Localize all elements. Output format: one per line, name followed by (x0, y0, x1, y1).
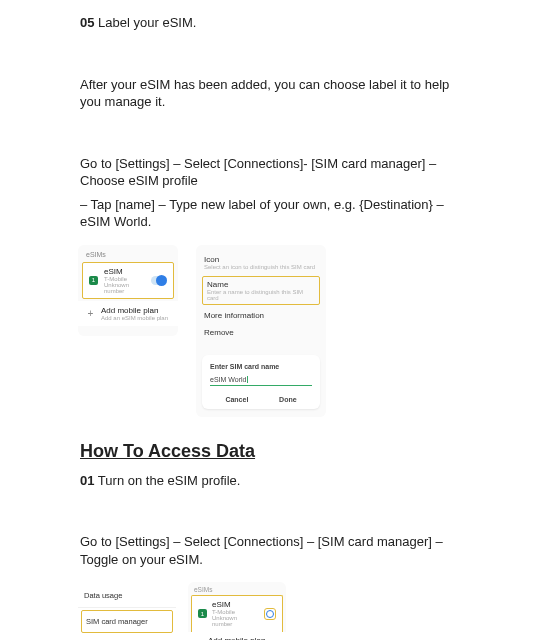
icon-setting-row[interactable]: Icon Select an icon to distinguish this … (202, 251, 320, 274)
name-setting-row[interactable]: Name Enter a name to distinguish this SI… (202, 276, 320, 305)
sim-badge: 1 (89, 276, 98, 285)
plus-icon: + (86, 308, 95, 319)
add-plan-label-block: Add mobile plan Add an eSIM mobile plan (101, 306, 170, 321)
figure-access-data: Data usage SIM card manager Mobile Hotsp… (78, 582, 469, 640)
panel-sim-manager-left: eSIMs 1 eSIM T-Mobile Unknown number + A… (78, 245, 178, 336)
esim-sub2-2: Unknown number (212, 615, 259, 627)
more-info-label: More information (204, 311, 318, 320)
modal-title: Enter SIM card name (210, 363, 312, 370)
esim-label-block: eSIM T-Mobile Unknown number (104, 267, 145, 294)
toggle-knob-icon (266, 610, 274, 618)
add-plan-title-2: Add mobile plan (208, 636, 280, 640)
step-01-heading: 01 Turn on the eSIM profile. (80, 472, 469, 490)
add-plan-title: Add mobile plan (101, 306, 170, 315)
step-01-num: 01 (80, 473, 94, 488)
esim-toggle[interactable] (151, 276, 167, 285)
esim-row-2[interactable]: 1 eSIM T-Mobile Unknown number (191, 595, 283, 632)
name-setting-sub: Enter a name to distinguish this SIM car… (207, 289, 315, 301)
para-tap-name: – Tap [name] – Type new label of your ow… (80, 196, 469, 231)
remove-row[interactable]: Remove (202, 324, 320, 341)
step-05-heading: 05 Label your eSIM. (80, 14, 469, 32)
panel-connections: Data usage SIM card manager Mobile Hotsp… (78, 582, 176, 640)
more-info-row[interactable]: More information (202, 307, 320, 324)
para-goto-2: Go to [Settings] – Select [Connections] … (80, 533, 469, 568)
connections-data-usage[interactable]: Data usage (78, 584, 176, 608)
esim-toggle-highlighted[interactable] (264, 608, 276, 620)
panel-sim-manager-right: eSIMs 1 eSIM T-Mobile Unknown number + A… (188, 582, 286, 640)
esim-label-block-2: eSIM T-Mobile Unknown number (212, 600, 259, 627)
add-plan-sub: Add an eSIM mobile plan (101, 315, 170, 321)
esim-title: eSIM (104, 267, 145, 276)
add-mobile-plan-row[interactable]: + Add mobile plan Add an eSIM mobile pla… (78, 301, 178, 326)
step-01-title: Turn on the eSIM profile. (98, 473, 241, 488)
modal-done-button[interactable]: Done (279, 396, 297, 403)
rename-modal: Enter SIM card name eSIM World Cancel Do… (202, 355, 320, 409)
name-setting-title: Name (207, 280, 315, 289)
modal-input[interactable]: eSIM World (210, 376, 312, 386)
icon-setting-sub: Select an icon to distinguish this SIM c… (204, 264, 318, 270)
para-goto-1: Go to [Settings] – Select [Connections]-… (80, 155, 469, 190)
sim-badge-2: 1 (198, 609, 207, 618)
para-after-added: After your eSIM has been added, you can … (80, 76, 469, 111)
step-05-num: 05 (80, 15, 94, 30)
panel-sim-detail-right: Icon Select an icon to distinguish this … (196, 245, 326, 417)
esims-heading-2: eSIMs (188, 584, 286, 595)
esims-heading: eSIMs (78, 251, 178, 260)
section-access-data: How To Access Data (80, 441, 469, 462)
modal-input-value: eSIM World (210, 376, 248, 383)
add-mobile-plan-row-2[interactable]: + Add mobile plan Add an eSIM mobile pla… (188, 632, 286, 640)
esim-row[interactable]: 1 eSIM T-Mobile Unknown number (82, 262, 174, 299)
connections-sim-manager[interactable]: SIM card manager (81, 610, 173, 633)
esim-sub2: Unknown number (104, 282, 145, 294)
connections-hotspot[interactable]: Mobile Hotspot and Tethering (78, 635, 176, 640)
step-05-title: Label your eSIM. (98, 15, 196, 30)
remove-label: Remove (204, 328, 318, 337)
figure-label-esim: eSIMs 1 eSIM T-Mobile Unknown number + A… (78, 245, 469, 417)
modal-cancel-button[interactable]: Cancel (225, 396, 248, 403)
add-plan-label-block-2: Add mobile plan Add an eSIM mobile plan (208, 636, 280, 640)
esim-title-2: eSIM (212, 600, 259, 609)
icon-setting-title: Icon (204, 255, 318, 264)
